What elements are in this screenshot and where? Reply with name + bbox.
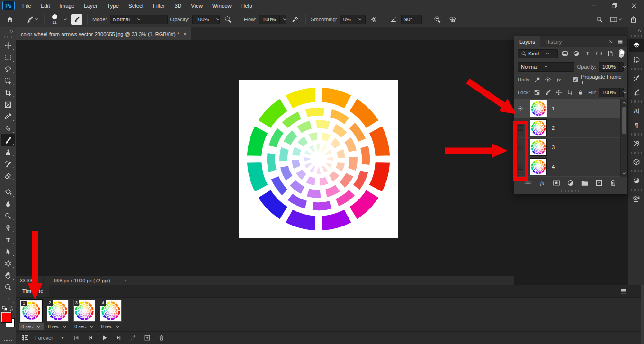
- timeline-menu-button[interactable]: [620, 285, 627, 297]
- scroll-up-icon[interactable]: [621, 100, 627, 106]
- layer-1-thumbnail[interactable]: [530, 100, 547, 117]
- tool-paint-bucket[interactable]: [1, 186, 15, 198]
- layer-2-name[interactable]: 2: [552, 125, 555, 131]
- menu-view[interactable]: View: [186, 0, 207, 11]
- previous-frame-button[interactable]: [83, 332, 98, 344]
- menu-file[interactable]: File: [18, 0, 36, 11]
- link-layers-icon[interactable]: [524, 179, 532, 187]
- opacity-input[interactable]: 100%: [192, 15, 220, 24]
- tool-blur[interactable]: [1, 198, 15, 210]
- airbrush-button[interactable]: [289, 16, 301, 23]
- next-frame-button[interactable]: [112, 332, 126, 344]
- new-layer-icon[interactable]: [595, 179, 603, 187]
- toggle-brush-settings-button[interactable]: [71, 14, 82, 25]
- layer-list-scrollbar[interactable]: [620, 99, 627, 177]
- layer-opacity-input[interactable]: 100%: [599, 62, 624, 72]
- flow-input[interactable]: 100%: [259, 15, 286, 24]
- layer-3-visibility-toggle[interactable]: [514, 138, 527, 157]
- frame-2-delay-select[interactable]: 0 sec.: [45, 323, 70, 330]
- tool-brush[interactable]: [1, 134, 15, 146]
- unify-style-button[interactable]: [555, 76, 562, 83]
- brush-preset-picker[interactable]: 11: [49, 14, 60, 25]
- dock-history-button[interactable]: [629, 53, 644, 66]
- close-tab-icon[interactable]: ×: [183, 31, 187, 37]
- blend-mode-select[interactable]: Normal: [110, 15, 168, 24]
- tool-zoom[interactable]: [1, 281, 15, 293]
- delete-layer-icon[interactable]: [609, 179, 617, 187]
- scroll-down-icon[interactable]: [621, 171, 627, 176]
- unify-position-button[interactable]: [534, 76, 541, 83]
- tab-timeline[interactable]: Timeline: [16, 285, 49, 297]
- menu-edit[interactable]: Edit: [36, 0, 55, 11]
- loop-count-select[interactable]: Forever: [35, 335, 65, 341]
- tool-history-brush[interactable]: [1, 158, 15, 170]
- workspace-switcher[interactable]: [610, 16, 623, 23]
- fill-input[interactable]: 100%: [599, 88, 624, 97]
- scrollbar-thumb[interactable]: [622, 107, 626, 134]
- tool-crop[interactable]: [1, 87, 15, 99]
- close-button[interactable]: [624, 0, 644, 11]
- panel-menu-icon[interactable]: [617, 38, 624, 45]
- layer-3-thumbnail[interactable]: [530, 139, 547, 156]
- tab-history[interactable]: History: [540, 36, 567, 47]
- filter-kind-select[interactable]: Kind: [518, 49, 558, 58]
- tool-frame[interactable]: [1, 99, 15, 110]
- lock-artboard-button[interactable]: [565, 89, 573, 96]
- tool-clone-stamp[interactable]: [1, 146, 15, 158]
- layer-2-visibility-toggle[interactable]: [514, 118, 527, 137]
- smoothing-input[interactable]: 0%: [340, 15, 366, 24]
- panel-resize-grip[interactable]: [514, 188, 627, 194]
- unify-visibility-button[interactable]: [544, 76, 552, 83]
- dock-collapse-button[interactable]: [628, 27, 644, 34]
- layer-1-visibility-toggle[interactable]: [514, 99, 527, 118]
- default-colors-icon[interactable]: [2, 306, 8, 311]
- dock-adjustments-button[interactable]: [629, 174, 644, 187]
- chevron-down-icon[interactable]: [63, 17, 68, 22]
- tool-object-selection[interactable]: [1, 75, 15, 87]
- layer-4-thumbnail[interactable]: [530, 158, 547, 175]
- restore-button[interactable]: [604, 0, 624, 11]
- propagate-frame-checkbox[interactable]: ✓: [573, 77, 578, 82]
- filtering-toggle[interactable]: [619, 49, 624, 58]
- add-layer-mask-icon[interactable]: [553, 179, 560, 187]
- tool-eyedropper[interactable]: [1, 110, 15, 122]
- tool-path-selection[interactable]: [1, 245, 15, 257]
- menu-select[interactable]: Select: [124, 0, 148, 11]
- document-tab[interactable]: color-wheel-from-arrows-vector-2800655.j…: [16, 27, 191, 40]
- menu-window[interactable]: Window: [207, 0, 236, 11]
- dock-brushes-button[interactable]: [629, 86, 644, 99]
- pressure-opacity-button[interactable]: [223, 16, 234, 23]
- tool-pen[interactable]: [1, 222, 15, 234]
- edit-toolbar-button[interactable]: [1, 293, 15, 305]
- home-button[interactable]: [4, 16, 16, 23]
- new-adjustment-layer-icon[interactable]: [567, 179, 574, 187]
- swap-colors-icon[interactable]: [9, 306, 14, 311]
- smoothing-options-button[interactable]: [368, 16, 379, 23]
- dock-brush-settings-button[interactable]: [629, 72, 644, 85]
- tool-spot-healing-brush[interactable]: [1, 122, 15, 134]
- frame-1[interactable]: 1 0 sec.: [19, 299, 44, 330]
- filter-smart-objects-button[interactable]: [606, 49, 615, 58]
- new-group-icon[interactable]: [581, 179, 589, 187]
- filter-adjustment-layers-button[interactable]: [572, 49, 581, 58]
- frame-2[interactable]: 2 0 sec.: [45, 299, 70, 330]
- lock-pixels-button[interactable]: [544, 89, 552, 96]
- menu-3d[interactable]: 3D: [170, 0, 187, 11]
- dock-paragraph-button[interactable]: [629, 118, 644, 132]
- dock-3d-button[interactable]: [629, 155, 644, 169]
- tool-eraser[interactable]: [1, 170, 15, 181]
- tool-type[interactable]: [1, 234, 15, 245]
- dock-layers-button[interactable]: [629, 39, 644, 52]
- layer-row-2[interactable]: 2: [514, 118, 627, 138]
- layer-4-visibility-toggle[interactable]: [514, 157, 527, 176]
- toolbar-grip[interactable]: [3, 36, 13, 38]
- share-button[interactable]: [630, 16, 637, 23]
- tool-move[interactable]: [1, 39, 15, 51]
- layer-2-thumbnail[interactable]: [530, 119, 547, 136]
- layer-row-3[interactable]: 3: [514, 138, 627, 157]
- menu-image[interactable]: Image: [54, 0, 79, 11]
- quick-mask-button[interactable]: [4, 337, 12, 341]
- convert-to-video-timeline-button[interactable]: [18, 332, 32, 344]
- layer-4-name[interactable]: 4: [552, 164, 555, 170]
- filter-pixel-layers-button[interactable]: [561, 49, 569, 58]
